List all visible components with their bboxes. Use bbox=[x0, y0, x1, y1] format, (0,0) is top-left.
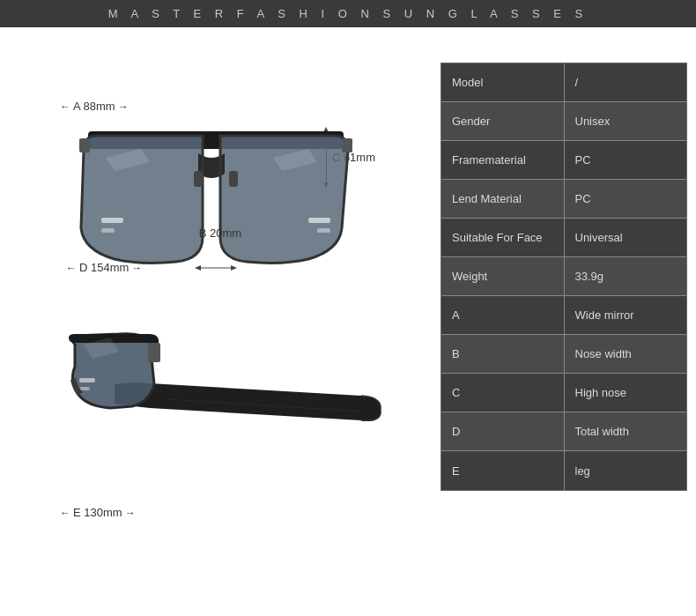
spec-value-7: Nose width bbox=[565, 335, 687, 373]
svg-rect-3 bbox=[79, 138, 90, 152]
dimension-b-label: B 20mm bbox=[199, 226, 241, 240]
diagram-side-view: ← E 130mm → bbox=[53, 309, 388, 521]
svg-rect-7 bbox=[101, 228, 115, 233]
spec-row-6: A Wide mirror bbox=[441, 296, 686, 335]
spec-label-10: E bbox=[441, 451, 565, 490]
brand-title: M A S T E R F A S H I O N S U N G L A S … bbox=[108, 7, 588, 20]
spec-label-7: B bbox=[441, 335, 565, 373]
spec-label-5: Weight bbox=[441, 257, 565, 295]
spec-row-3: Lend Material PC bbox=[441, 180, 686, 219]
page-header: M A S T E R F A S H I O N S U N G L A S … bbox=[0, 0, 696, 27]
dimension-a-label: A 88mm bbox=[73, 100, 115, 113]
spec-row-4: Suitable For Face Universal bbox=[441, 219, 686, 257]
spec-value-5: 33.9g bbox=[565, 257, 687, 295]
svg-rect-12 bbox=[148, 343, 160, 362]
spec-value-3: PC bbox=[565, 180, 687, 218]
spec-value-10: leg bbox=[565, 451, 687, 490]
measurement-b: B 20mm bbox=[199, 225, 241, 241]
svg-rect-5 bbox=[101, 218, 123, 223]
spec-value-6: Wide mirror bbox=[565, 296, 687, 334]
svg-marker-10 bbox=[195, 265, 201, 271]
measurement-d: ← D 154mm → bbox=[66, 261, 142, 274]
diagram-front-view: ← A 88mm → C 61mm bbox=[53, 45, 388, 301]
main-content: ← A 88mm → C 61mm bbox=[0, 27, 696, 612]
spec-row-8: C High nose bbox=[441, 374, 686, 412]
svg-rect-6 bbox=[308, 218, 330, 223]
spec-label-9: D bbox=[441, 412, 565, 450]
spec-row-5: Weight 33.9g bbox=[441, 257, 686, 296]
spec-row-2: Framematerial PC bbox=[441, 141, 686, 180]
svg-rect-1 bbox=[194, 171, 203, 187]
svg-rect-4 bbox=[342, 138, 352, 152]
diagrams-section: ← A 88mm → C 61mm bbox=[9, 45, 432, 603]
spec-row-9: D Total width bbox=[441, 412, 686, 451]
spec-value-2: PC bbox=[565, 141, 687, 179]
specs-table: Model / Gender Unisex Framematerial PC L… bbox=[441, 63, 687, 491]
glasses-side-svg bbox=[62, 318, 388, 471]
svg-marker-11 bbox=[231, 265, 237, 271]
spec-label-4: Suitable For Face bbox=[441, 219, 565, 256]
spec-label-1: Gender bbox=[441, 102, 565, 140]
svg-rect-13 bbox=[79, 378, 95, 382]
spec-label-8: C bbox=[441, 374, 565, 412]
spec-row-10: E leg bbox=[441, 451, 686, 490]
spec-label-0: Model bbox=[441, 63, 565, 101]
dimension-e-label: E 130mm bbox=[73, 506, 122, 519]
spec-label-3: Lend Material bbox=[441, 180, 565, 218]
spec-label-6: A bbox=[441, 296, 565, 334]
measurement-e: ← E 130mm → bbox=[60, 506, 136, 519]
svg-rect-2 bbox=[229, 171, 238, 187]
spec-value-9: Total width bbox=[565, 412, 687, 450]
dimension-d-label: D 154mm bbox=[79, 261, 129, 274]
spec-value-8: High nose bbox=[565, 374, 687, 412]
measurement-a: ← A 88mm → bbox=[60, 100, 129, 113]
spec-row-7: B Nose width bbox=[441, 335, 686, 374]
spec-label-2: Framematerial bbox=[441, 141, 565, 179]
svg-rect-8 bbox=[317, 228, 330, 233]
spec-value-4: Universal bbox=[565, 219, 687, 256]
spec-value-1: Unisex bbox=[565, 102, 687, 140]
svg-rect-14 bbox=[79, 387, 90, 390]
spec-row-1: Gender Unisex bbox=[441, 102, 686, 141]
glasses-front-svg bbox=[70, 114, 361, 285]
spec-row-0: Model / bbox=[441, 63, 686, 102]
spec-value-0: / bbox=[565, 63, 687, 101]
